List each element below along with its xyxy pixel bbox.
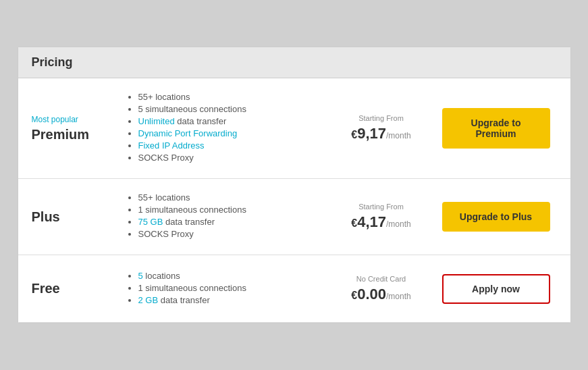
feature-item-premium-2: Unlimited data transfer	[138, 116, 327, 126]
most-popular-premium: Most popular	[32, 115, 113, 124]
per-month-plus: /month	[386, 219, 411, 229]
currency-premium: €	[351, 129, 357, 140]
plan-name-plus: Plus	[32, 209, 113, 225]
feature-item-plus-1: 1 simultaneous connections	[138, 205, 327, 215]
feature-item-plus-3: SOCKS Proxy	[138, 229, 327, 239]
feature-link-plus-2[interactable]: 75 GB	[138, 217, 163, 227]
plan-features-col-plus: 55+ locations1 simultaneous connections7…	[113, 192, 327, 241]
feature-item-premium-5: SOCKS Proxy	[138, 153, 327, 163]
plan-features-col-free: 5 locations1 simultaneous connections2 G…	[113, 271, 327, 307]
plan-action-col-free: Apply now	[435, 274, 557, 304]
feature-item-free-0: 5 locations	[138, 271, 327, 281]
plan-row-plus: Plus55+ locations1 simultaneous connecti…	[18, 179, 570, 255]
starting-from-plus: Starting From	[327, 203, 435, 211]
feature-item-premium-3: Dynamic Port Forwarding	[138, 128, 327, 138]
currency-free: €	[351, 290, 357, 301]
price-value-plus: €4,17	[351, 213, 386, 230]
plan-price-col-premium: Starting From€9,17/month	[327, 114, 435, 142]
feature-item-premium-0: 55+ locations	[138, 92, 327, 102]
plan-name-free: Free	[32, 281, 113, 296]
upgrade-button-premium[interactable]: Upgrade to Premium	[442, 108, 550, 149]
upgrade-button-plus[interactable]: Upgrade to Plus	[442, 202, 550, 232]
per-month-premium: /month	[386, 131, 411, 140]
price-value-free: €0.00	[351, 286, 386, 302]
feature-item-plus-2: 75 GB data transfer	[138, 217, 327, 227]
plan-name-premium: Premium	[32, 127, 113, 142]
feature-link-premium-4[interactable]: Fixed IP Address	[138, 140, 205, 151]
plans-wrapper: Most popularPremium55+ locations5 simult…	[18, 78, 570, 323]
plan-row-premium: Most popularPremium55+ locations5 simult…	[18, 78, 570, 179]
feature-link-premium-2[interactable]: Unlimited	[138, 116, 175, 126]
features-list-premium: 55+ locations5 simultaneous connectionsU…	[126, 92, 327, 163]
features-list-free: 5 locations1 simultaneous connections2 G…	[126, 271, 327, 305]
feature-item-plus-0: 55+ locations	[138, 192, 327, 203]
pricing-container: Pricing Most popularPremium55+ locations…	[18, 47, 571, 323]
per-month-free: /month	[386, 292, 411, 301]
feature-item-premium-1: 5 simultaneous connections	[138, 104, 327, 114]
features-list-plus: 55+ locations1 simultaneous connections7…	[126, 192, 327, 239]
plan-row-free: Free5 locations1 simultaneous connection…	[18, 255, 570, 323]
feature-link-free-2[interactable]: 2 GB	[138, 295, 159, 305]
plan-price-col-plus: Starting From€4,17/month	[327, 203, 435, 231]
feature-item-free-2: 2 GB data transfer	[138, 295, 327, 305]
feature-item-premium-4: Fixed IP Address	[138, 140, 327, 151]
feature-link-free-0[interactable]: 5	[138, 271, 143, 281]
plan-features-col-premium: 55+ locations5 simultaneous connectionsU…	[113, 92, 327, 165]
pricing-title: Pricing	[32, 55, 557, 70]
currency-plus: €	[351, 217, 357, 229]
plan-action-col-plus: Upgrade to Plus	[435, 202, 557, 232]
plan-action-col-premium: Upgrade to Premium	[435, 108, 557, 149]
no-credit-card-free: No Credit Card	[327, 275, 435, 283]
apply-button-free[interactable]: Apply now	[442, 274, 550, 304]
plan-name-col-free: Free	[32, 281, 113, 296]
plan-price-col-free: No Credit Card€0.00/month	[327, 275, 435, 303]
price-value-premium: €9,17	[351, 125, 386, 142]
pricing-header: Pricing	[18, 47, 570, 78]
plan-name-col-plus: Plus	[32, 209, 113, 225]
plan-name-col-premium: Most popularPremium	[32, 115, 113, 142]
feature-link-premium-3[interactable]: Dynamic Port Forwarding	[138, 128, 238, 138]
starting-from-premium: Starting From	[327, 114, 435, 122]
feature-item-free-1: 1 simultaneous connections	[138, 283, 327, 293]
